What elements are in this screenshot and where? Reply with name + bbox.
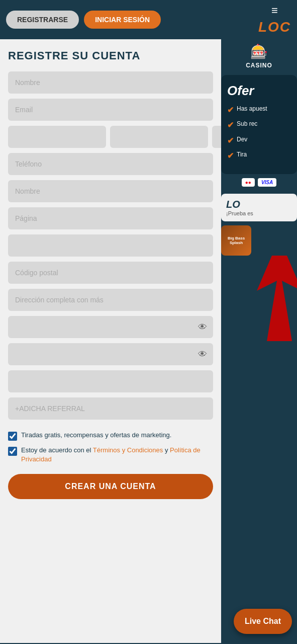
terms-label: Estoy de acuerdo con el Términos y Condi…	[21, 446, 213, 464]
postal-input[interactable]	[8, 262, 213, 284]
password-confirm-input[interactable]: ••••••••••••••••	[8, 343, 213, 365]
terms-text-prefix: Estoy de acuerdo con el	[21, 446, 93, 454]
lo-promo-section: LO ¡Prueba es	[221, 194, 297, 221]
iniciar-sesion-button[interactable]: INICIAR SESIÓN	[84, 11, 161, 29]
check-icon-2: ✔	[227, 120, 234, 131]
red-arrow-overlay	[242, 251, 297, 353]
live-chat-button[interactable]: Live Chat	[234, 609, 292, 634]
offer-item-4: ✔ Tira	[227, 150, 291, 162]
lo-promo-title: LO	[226, 199, 292, 210]
crear-cuenta-button[interactable]: CREAR UNA CUENTA	[8, 474, 213, 499]
hamburger-icon[interactable]: ≡	[271, 4, 278, 17]
email-input[interactable]	[8, 99, 213, 121]
form-title: REGISTRE SU CUENTA	[8, 49, 213, 62]
offer-item-4-text: Tira	[237, 150, 247, 159]
terms-link[interactable]: Términos y Condiciones	[93, 446, 163, 454]
offer-item-3-text: Dev	[237, 135, 247, 144]
checkboxes-area: Tiradas gratis, recompensas y ofertas de…	[8, 431, 213, 464]
offer-item-1: ✔ Has apuest	[227, 105, 291, 116]
password-confirm-wrapper: •••••••••••••••• 👁	[8, 343, 213, 365]
nombre-input[interactable]	[8, 71, 213, 94]
top-bar: REGISTRARSE INICIAR SESIÓN ≡ LOC	[0, 0, 297, 39]
casino-label: CASINO	[246, 62, 272, 69]
eye-icon-confirm[interactable]: 👁	[198, 349, 207, 360]
check-icon-4: ✔	[227, 150, 234, 162]
checkbox-marketing-row: Tiradas gratis, recompensas y ofertas de…	[8, 431, 213, 441]
check-icon-1: ✔	[227, 105, 234, 116]
telefono-input[interactable]	[8, 153, 213, 175]
casino-nav[interactable]: 🎰 CASINO	[246, 39, 272, 73]
game-thumbnails: Big Bass Splash	[221, 225, 297, 256]
svg-marker-1	[257, 256, 297, 341]
nombre2-input[interactable]	[8, 180, 213, 202]
visa-logo: VISA	[258, 178, 276, 187]
terms-checkbox[interactable]	[8, 447, 17, 456]
date-month-input[interactable]: 3	[110, 126, 208, 148]
marketing-label: Tiradas gratis, recompensas y ofertas de…	[21, 431, 171, 440]
marketing-checkbox[interactable]	[8, 432, 17, 441]
offer-panel: Ofer ✔ Has apuest ✔ Sub rec ✔ Dev ✔ Tira	[221, 75, 297, 174]
offer-item-2: ✔ Sub rec	[227, 120, 291, 131]
casino-icon: 🎰	[250, 43, 268, 60]
offer-list: ✔ Has apuest ✔ Sub rec ✔ Dev ✔ Tira	[227, 105, 291, 162]
game-thumb-1[interactable]: Big Bass Splash	[221, 225, 251, 256]
offer-title: Ofer	[227, 83, 291, 99]
terms-and: y	[165, 446, 170, 454]
checkbox-terms-row: Estoy de acuerdo con el Términos y Condi…	[8, 446, 213, 464]
registrarse-button[interactable]: REGISTRARSE	[6, 11, 79, 29]
date-row: 2 3 1994	[8, 126, 213, 148]
right-side-panel: 🎰 CASINO Ofer ✔ Has apuest ✔ Sub rec ✔ D…	[221, 39, 297, 643]
password-wrapper: •••••••••••••••• 👁	[8, 316, 213, 338]
logo: LOC	[258, 19, 291, 35]
offer-item-2-text: Sub rec	[237, 120, 257, 128]
mastercard-logo: ●●	[242, 178, 255, 187]
date-day-input[interactable]: 2	[8, 126, 106, 148]
registration-form-area: REGISTRE SU CUENTA 2 3 1994 España •••••…	[0, 39, 221, 643]
pais-input[interactable]: España	[8, 234, 213, 257]
right-panel-top: ≡ LOC	[258, 4, 291, 35]
main-layout: REGISTRE SU CUENTA 2 3 1994 España •••••…	[0, 39, 297, 643]
check-icon-3: ✔	[227, 135, 234, 146]
offer-item-3: ✔ Dev	[227, 135, 291, 146]
offer-item-1-text: Has apuest	[237, 105, 267, 113]
eye-icon-password[interactable]: 👁	[198, 322, 207, 333]
password-input[interactable]: ••••••••••••••••	[8, 316, 213, 338]
pagina-input[interactable]	[8, 207, 213, 229]
promo-input[interactable]	[8, 397, 213, 420]
lo-promo-subtitle: ¡Prueba es	[226, 210, 292, 216]
payment-area: ●● VISA	[242, 174, 276, 191]
currency-input[interactable]: EUR	[8, 370, 213, 392]
direccion-input[interactable]	[8, 289, 213, 311]
top-buttons: REGISTRARSE INICIAR SESIÓN	[6, 11, 161, 29]
